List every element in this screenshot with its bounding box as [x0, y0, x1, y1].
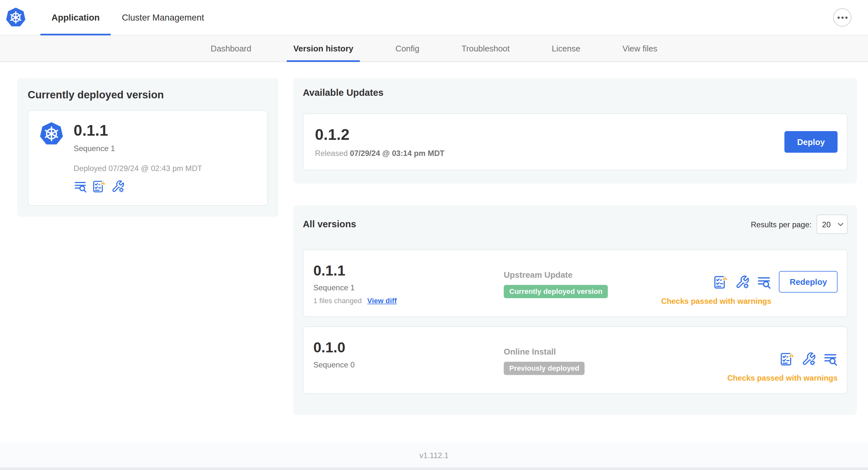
preflight-checks-warning-icon[interactable] [780, 352, 794, 366]
ellipsis-dot [841, 16, 843, 19]
subnav-troubleshoot[interactable]: Troubleshoot [455, 35, 516, 61]
subnav-config[interactable]: Config [389, 35, 426, 61]
subnav-dashboard[interactable]: Dashboard [204, 35, 258, 61]
topnav-spacer [215, 0, 833, 35]
current-version-detail: 0.1.1 Sequence 1 Deployed 07/29/24 @ 02:… [28, 110, 268, 206]
check-status-text: Checks passed with warnings [661, 297, 772, 306]
source-label: Online Install [504, 347, 727, 356]
main-content: Currently deployed version 0.1.1 Sequenc… [0, 62, 868, 443]
edit-config-icon[interactable] [736, 275, 750, 289]
current-version-sequence: Sequence 1 [74, 144, 256, 153]
right-column: Available Updates 0.1.2 Released 07/29/2… [293, 78, 857, 415]
version-row: 0.1.1 Sequence 1 1 files changed View di… [303, 249, 847, 317]
released-label: Released [315, 149, 348, 158]
deployed-status-badge: Previously deployed [504, 362, 585, 375]
current-version-number: 0.1.1 [74, 122, 256, 139]
bottom-edge [0, 467, 868, 470]
console-version: v1.112.1 [420, 451, 449, 460]
currently-deployed-title: Currently deployed version [28, 89, 268, 101]
ellipsis-dot [837, 16, 839, 19]
preflight-checks-warning-icon[interactable] [92, 180, 105, 193]
currently-deployed-card: Currently deployed version 0.1.1 Sequenc… [17, 78, 278, 217]
kubernetes-logo-icon [5, 7, 26, 28]
files-changed-label: 1 files changed [313, 297, 362, 305]
current-version-deployed-timestamp: Deployed 07/29/24 @ 02:43 pm MDT [74, 164, 256, 173]
version-info: 0.1.0 Sequence 0 [313, 339, 504, 369]
ellipsis-dot [845, 16, 847, 19]
release-notes-icon[interactable] [757, 275, 772, 289]
version-action-icons [780, 348, 837, 370]
row-files: 1 files changed View diff [313, 297, 504, 305]
version-actions: Checks passed with warnings [727, 348, 838, 382]
app-logo-icon [39, 122, 64, 146]
tab-cluster-management[interactable]: Cluster Management [111, 0, 215, 35]
update-version-number: 0.1.2 [315, 126, 444, 144]
source-label: Upstream Update [504, 270, 661, 279]
released-date: 07/29/24 @ 03:14 pm MDT [350, 149, 445, 158]
check-status-text: Checks passed with warnings [727, 374, 838, 382]
version-source: Upstream Update Currently deployed versi… [504, 262, 661, 298]
footer: v1.112.1 [0, 443, 868, 467]
left-column: Currently deployed version 0.1.1 Sequenc… [17, 78, 278, 217]
update-info: 0.1.2 Released 07/29/24 @ 03:14 pm MDT [315, 126, 444, 158]
release-notes-icon[interactable] [74, 180, 87, 193]
all-versions-header: All versions Results per page: 20 [303, 215, 847, 234]
more-menu-button[interactable] [833, 8, 851, 27]
brand[interactable] [0, 0, 26, 35]
subnav-version-history[interactable]: Version history [287, 35, 360, 61]
row-sequence: Sequence 1 [313, 283, 504, 293]
edit-config-icon[interactable] [111, 180, 125, 193]
version-source: Online Install Previously deployed [504, 339, 727, 375]
results-per-page-select-wrap: 20 [816, 215, 847, 234]
top-nav: Application Cluster Management [0, 0, 868, 35]
app-subnav: Dashboard Version history Config Trouble… [0, 35, 868, 62]
results-per-page-select[interactable]: 20 [816, 215, 847, 234]
release-notes-icon[interactable] [823, 352, 838, 366]
row-version-number: 0.1.0 [313, 339, 504, 357]
subnav-license[interactable]: License [545, 35, 587, 61]
row-sequence: Sequence 0 [313, 360, 504, 369]
view-diff-link[interactable]: View diff [367, 297, 397, 305]
results-per-page: Results per page: 20 [751, 215, 848, 234]
available-updates-card: Available Updates 0.1.2 Released 07/29/2… [293, 78, 857, 184]
available-update-row: 0.1.2 Released 07/29/24 @ 03:14 pm MDT D… [303, 113, 847, 171]
version-action-icons [714, 271, 772, 293]
all-versions-card: All versions Results per page: 20 [293, 205, 857, 415]
edit-config-icon[interactable] [802, 352, 816, 366]
row-version-number: 0.1.1 [313, 262, 504, 280]
version-actions: Checks passed with warnings Redeploy [661, 271, 837, 305]
version-row: 0.1.0 Sequence 0 Online Install Previous… [303, 327, 847, 394]
version-info: 0.1.1 Sequence 1 1 files changed View di… [313, 262, 504, 305]
top-nav-tabs: Application Cluster Management [40, 0, 215, 35]
results-per-page-label: Results per page: [751, 220, 812, 229]
subnav-view-files[interactable]: View files [616, 35, 664, 61]
current-version-actions [74, 180, 256, 193]
deployed-status-badge: Currently deployed version [504, 285, 608, 298]
tab-application[interactable]: Application [40, 0, 111, 35]
preflight-checks-warning-icon[interactable] [714, 275, 728, 289]
all-versions-title: All versions [303, 219, 356, 230]
checks-column: Checks passed with warnings [661, 271, 772, 305]
app-window: Application Cluster Management Dashboard… [0, 0, 868, 470]
deploy-button[interactable]: Deploy [784, 131, 837, 153]
checks-column: Checks passed with warnings [727, 348, 838, 382]
update-released-timestamp: Released 07/29/24 @ 03:14 pm MDT [315, 149, 444, 158]
available-updates-title: Available Updates [303, 88, 847, 98]
redeploy-button[interactable]: Redeploy [779, 271, 838, 293]
